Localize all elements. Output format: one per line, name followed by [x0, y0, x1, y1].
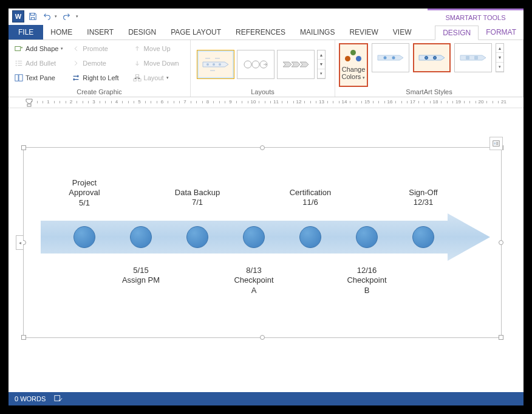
document-area[interactable]: ◂ ProjectApproval5/1Data Backup7/1Certif…	[9, 108, 523, 392]
contextual-tab-title: SMARTART TOOLS	[428, 9, 523, 25]
tab-review[interactable]: REVIEW	[342, 25, 385, 40]
smartart-timeline[interactable]: ProjectApproval5/1Data Backup7/1Certific…	[41, 213, 490, 261]
ruler-number: 2	[70, 99, 72, 105]
horizontal-ruler[interactable]: 123456789101112131415161718192021	[9, 97, 523, 108]
word-app-icon[interactable]	[11, 10, 26, 23]
styles-expand-icon[interactable]: ▾	[496, 63, 503, 72]
timeline-dot[interactable]	[412, 226, 434, 248]
style-thumb-1[interactable]	[372, 43, 409, 72]
ruler-number: 14	[342, 99, 347, 105]
timeline-label-top[interactable]: Certification11/6	[290, 188, 332, 208]
timeline-dot[interactable]	[73, 226, 95, 248]
timeline-dot[interactable]	[130, 226, 152, 248]
layout-thumb-1[interactable]	[197, 50, 234, 79]
resize-handle-sw[interactable]	[21, 335, 26, 340]
timeline-dot[interactable]	[186, 226, 208, 248]
timeline-label-bottom[interactable]: 8/13CheckpointA	[234, 266, 273, 295]
ribbon: Add Shape ▾ Add Bullet Text Pane	[9, 40, 523, 97]
text-pane-button[interactable]: Text Pane	[12, 71, 69, 85]
svg-rect-19	[466, 56, 469, 60]
svg-point-13	[252, 61, 259, 68]
timeline-label-top[interactable]: Data Backup7/1	[175, 188, 220, 208]
tab-mailings[interactable]: MAILINGS	[293, 25, 342, 40]
svg-point-16	[392, 57, 395, 60]
change-colors-button[interactable]: Change Colors ▾	[339, 43, 368, 87]
timeline-dot[interactable]	[356, 226, 378, 248]
smartart-selection-frame[interactable]: ◂ ProjectApproval5/1Data Backup7/1Certif…	[23, 147, 502, 338]
svg-point-2	[16, 63, 17, 64]
tab-insert[interactable]: INSERT	[80, 25, 121, 40]
status-bar: 0 WORDS	[9, 392, 523, 405]
right-to-left-button[interactable]: Right to Left	[69, 71, 130, 85]
resize-handle-se[interactable]	[499, 335, 503, 340]
group-layouts: ▲ ▼ ▾ Layouts	[191, 40, 335, 97]
ruler-number: 21	[501, 99, 506, 105]
add-shape-button[interactable]: Add Shape ▾	[12, 42, 69, 55]
resize-handle-e[interactable]	[499, 240, 503, 245]
svg-point-12	[244, 61, 251, 68]
status-spellcheck-icon[interactable]	[54, 394, 63, 404]
group-create-graphic: Add Shape ▾ Add Bullet Text Pane	[9, 40, 191, 97]
style-thumb-3[interactable]	[454, 43, 492, 72]
svg-point-17	[425, 57, 428, 60]
resize-handle-nw[interactable]	[21, 145, 26, 150]
ruler-number: 1	[47, 99, 49, 105]
ruler-number: 18	[433, 99, 438, 105]
ruler-number: 11	[273, 99, 279, 105]
redo-icon[interactable]	[59, 10, 73, 23]
tab-view[interactable]: VIEW	[386, 25, 419, 40]
gallery-scroll-up-icon[interactable]: ▲	[318, 50, 325, 60]
add-bullet-button: Add Bullet	[12, 57, 69, 70]
ruler-number: 3	[92, 99, 95, 105]
undo-icon[interactable]	[40, 10, 55, 23]
save-icon[interactable]	[26, 10, 40, 23]
ruler-number: 8	[206, 99, 209, 105]
resize-handle-n[interactable]	[260, 145, 265, 150]
style-thumb-2[interactable]	[413, 43, 451, 72]
ribbon-tabs: FILE HOME INSERT DESIGN PAGE LAYOUT REFE…	[9, 25, 523, 40]
tab-references[interactable]: REFERENCES	[228, 25, 293, 40]
timeline-dot[interactable]	[299, 226, 321, 248]
tab-home[interactable]: HOME	[43, 25, 80, 40]
layouts-gallery-scroll[interactable]: ▲ ▼ ▾	[317, 50, 326, 79]
tab-smartart-format[interactable]: FORMAT	[479, 25, 523, 40]
ruler-number: 9	[229, 99, 231, 105]
styles-gallery-scroll[interactable]: ▲ ▼ ▾	[496, 43, 504, 72]
tab-page-layout[interactable]: PAGE LAYOUT	[163, 25, 228, 40]
ruler-number: 12	[296, 99, 302, 105]
svg-rect-4	[15, 75, 18, 81]
layout-thumb-2[interactable]	[237, 50, 275, 79]
layout-button: Layout ▾	[131, 71, 186, 85]
styles-scroll-up-icon[interactable]: ▲	[496, 44, 503, 53]
timeline-dot[interactable]	[243, 226, 265, 248]
change-colors-icon	[345, 50, 362, 64]
status-word-count[interactable]: 0 WORDS	[15, 395, 46, 402]
ruler-number: 13	[319, 99, 324, 105]
layout-thumb-3[interactable]	[277, 50, 315, 79]
add-shape-caret[interactable]: ▾	[61, 46, 65, 51]
svg-rect-20	[474, 56, 478, 60]
ruler-number: 7	[183, 99, 186, 105]
timeline-label-bottom[interactable]: 12/16CheckpointB	[347, 266, 386, 295]
qat-customize-caret[interactable]: ▾	[76, 14, 80, 19]
tab-file[interactable]: FILE	[9, 25, 43, 40]
demote-label: Demote	[83, 60, 106, 67]
gallery-expand-icon[interactable]: ▾	[318, 69, 325, 78]
timeline-label-top[interactable]: Sign-Off12/31	[409, 188, 437, 208]
resize-handle-s[interactable]	[260, 335, 265, 340]
ruler-number: 19	[455, 99, 461, 105]
timeline-label-bottom[interactable]: 5/15Assign PM	[122, 266, 160, 286]
layout-caret: ▾	[166, 75, 171, 80]
text-pane-expand-tab[interactable]: ◂	[16, 235, 23, 250]
undo-dropdown-caret[interactable]: ▾	[55, 14, 59, 19]
styles-scroll-down-icon[interactable]: ▼	[496, 53, 503, 62]
svg-point-10	[213, 63, 215, 66]
move-down-button: Move Down	[131, 57, 186, 70]
timeline-label-top[interactable]: ProjectApproval5/1	[69, 178, 100, 208]
svg-rect-5	[19, 75, 22, 81]
layout-options-button[interactable]	[489, 137, 503, 150]
ruler-number: 6	[161, 99, 163, 105]
tab-design[interactable]: DESIGN	[121, 25, 163, 40]
gallery-scroll-down-icon[interactable]: ▼	[318, 60, 325, 69]
tab-smartart-design[interactable]: DESIGN	[435, 26, 479, 40]
